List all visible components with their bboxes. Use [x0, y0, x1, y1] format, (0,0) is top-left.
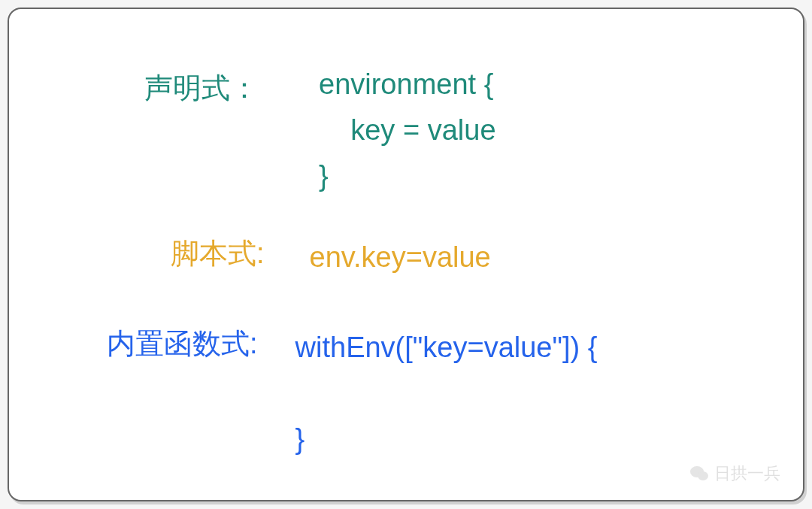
code-line: } [295, 423, 305, 455]
builtin-label: 内置函数式: [107, 325, 258, 363]
code-line: withEnv(["key=value"]) { [295, 332, 598, 363]
script-row: 脚本式: env.key=value [171, 235, 491, 280]
declarative-label: 声明式： [144, 69, 259, 108]
diagram-card: 声明式： environment { key = value } 脚本式: en… [8, 8, 804, 501]
code-line: key = value [319, 114, 496, 146]
watermark: 日拱一兵 [689, 462, 780, 485]
script-code: env.key=value [310, 235, 491, 280]
builtin-code: withEnv(["key=value"]) { } [295, 325, 598, 462]
wechat-icon [689, 463, 710, 484]
builtin-row: 内置函数式: withEnv(["key=value"]) { } [107, 325, 597, 462]
watermark-text: 日拱一兵 [714, 462, 780, 485]
code-line: environment { [319, 68, 493, 100]
declarative-code: environment { key = value } [319, 62, 496, 198]
script-label: 脚本式: [171, 235, 265, 273]
code-line: } [319, 160, 329, 192]
declarative-row: 声明式： environment { key = value } [144, 62, 496, 198]
